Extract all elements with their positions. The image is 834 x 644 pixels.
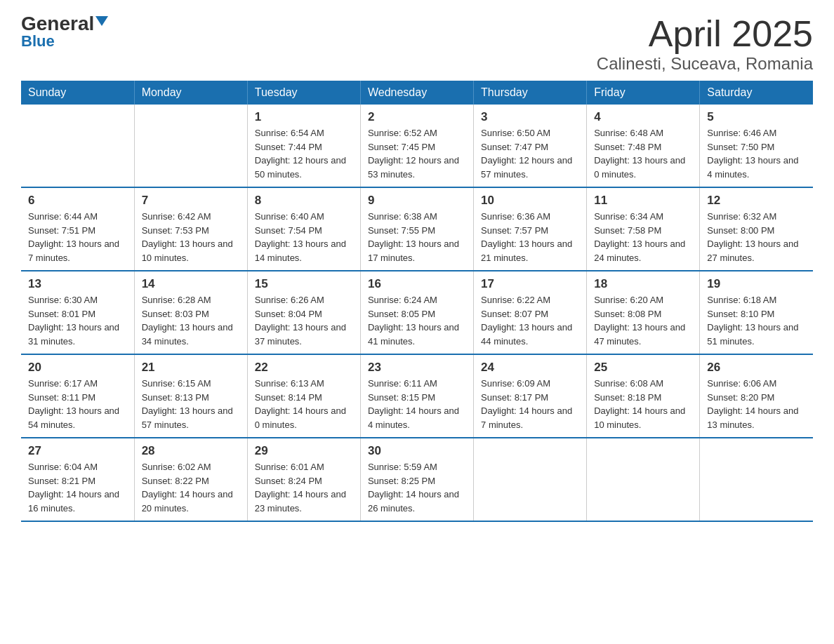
day-number: 4	[594, 110, 692, 124]
day-info: Sunrise: 6:15 AMSunset: 8:13 PMDaylight:…	[142, 377, 240, 431]
calendar-week-row: 20Sunrise: 6:17 AMSunset: 8:11 PMDayligh…	[21, 354, 813, 438]
calendar-cell: 29Sunrise: 6:01 AMSunset: 8:24 PMDayligh…	[247, 438, 360, 521]
day-info: Sunrise: 6:42 AMSunset: 7:53 PMDaylight:…	[142, 210, 240, 264]
calendar-cell: 4Sunrise: 6:48 AMSunset: 7:48 PMDaylight…	[587, 105, 700, 187]
day-number: 26	[707, 361, 806, 375]
calendar-cell: 3Sunrise: 6:50 AMSunset: 7:47 PMDaylight…	[474, 105, 587, 187]
weekday-header-monday: Monday	[134, 81, 247, 105]
day-number: 20	[28, 361, 127, 375]
day-number: 6	[28, 194, 127, 208]
calendar-cell: 21Sunrise: 6:15 AMSunset: 8:13 PMDayligh…	[134, 354, 247, 438]
calendar-cell: 16Sunrise: 6:24 AMSunset: 8:05 PMDayligh…	[360, 271, 473, 354]
logo-general: General	[21, 14, 94, 34]
day-info: Sunrise: 6:22 AMSunset: 8:07 PMDaylight:…	[481, 293, 579, 348]
day-info: Sunrise: 6:11 AMSunset: 8:15 PMDaylight:…	[368, 377, 466, 431]
day-number: 10	[481, 194, 579, 208]
logo-blue: Blue	[21, 32, 55, 51]
day-info: Sunrise: 6:13 AMSunset: 8:14 PMDaylight:…	[255, 377, 353, 431]
day-info: Sunrise: 6:50 AMSunset: 7:47 PMDaylight:…	[481, 126, 579, 181]
title-block: April 2025 Calinesti, Suceava, Romania	[597, 14, 813, 74]
day-number: 2	[368, 110, 466, 124]
day-number: 11	[594, 194, 692, 208]
weekday-header-sunday: Sunday	[21, 81, 134, 105]
day-info: Sunrise: 6:26 AMSunset: 8:04 PMDaylight:…	[255, 293, 353, 348]
calendar-cell: 17Sunrise: 6:22 AMSunset: 8:07 PMDayligh…	[474, 271, 587, 354]
day-number: 3	[481, 110, 579, 124]
calendar-cell: 27Sunrise: 6:04 AMSunset: 8:21 PMDayligh…	[21, 438, 134, 521]
calendar-cell: 26Sunrise: 6:06 AMSunset: 8:20 PMDayligh…	[700, 354, 813, 438]
day-info: Sunrise: 6:44 AMSunset: 7:51 PMDaylight:…	[28, 210, 127, 264]
calendar-cell	[474, 438, 587, 521]
calendar-cell: 18Sunrise: 6:20 AMSunset: 8:08 PMDayligh…	[587, 271, 700, 354]
calendar-header: SundayMondayTuesdayWednesdayThursdayFrid…	[21, 81, 813, 105]
day-info: Sunrise: 6:54 AMSunset: 7:44 PMDaylight:…	[255, 126, 353, 181]
day-info: Sunrise: 6:01 AMSunset: 8:24 PMDaylight:…	[255, 460, 353, 515]
day-info: Sunrise: 6:52 AMSunset: 7:45 PMDaylight:…	[368, 126, 466, 181]
calendar-cell: 10Sunrise: 6:36 AMSunset: 7:57 PMDayligh…	[474, 187, 587, 271]
day-number: 8	[255, 194, 353, 208]
calendar-cell: 14Sunrise: 6:28 AMSunset: 8:03 PMDayligh…	[134, 271, 247, 354]
day-number: 16	[368, 277, 466, 291]
day-info: Sunrise: 6:20 AMSunset: 8:08 PMDaylight:…	[594, 293, 692, 348]
calendar-cell: 24Sunrise: 6:09 AMSunset: 8:17 PMDayligh…	[474, 354, 587, 438]
day-number: 21	[142, 361, 240, 375]
calendar-cell: 13Sunrise: 6:30 AMSunset: 8:01 PMDayligh…	[21, 271, 134, 354]
day-number: 5	[707, 110, 806, 124]
day-number: 23	[368, 361, 466, 375]
header: General Blue April 2025 Calinesti, Sucea…	[21, 14, 813, 74]
day-info: Sunrise: 6:34 AMSunset: 7:58 PMDaylight:…	[594, 210, 692, 264]
calendar-cell: 7Sunrise: 6:42 AMSunset: 7:53 PMDaylight…	[134, 187, 247, 271]
calendar-cell: 30Sunrise: 5:59 AMSunset: 8:25 PMDayligh…	[360, 438, 473, 521]
calendar-week-row: 13Sunrise: 6:30 AMSunset: 8:01 PMDayligh…	[21, 271, 813, 354]
day-number: 12	[707, 194, 806, 208]
weekday-header-thursday: Thursday	[474, 81, 587, 105]
calendar-body: 1Sunrise: 6:54 AMSunset: 7:44 PMDaylight…	[21, 105, 813, 521]
day-number: 14	[142, 277, 240, 291]
calendar-cell	[587, 438, 700, 521]
calendar-week-row: 27Sunrise: 6:04 AMSunset: 8:21 PMDayligh…	[21, 438, 813, 521]
day-number: 17	[481, 277, 579, 291]
day-number: 7	[142, 194, 240, 208]
day-number: 29	[255, 444, 353, 458]
day-info: Sunrise: 6:40 AMSunset: 7:54 PMDaylight:…	[255, 210, 353, 264]
day-info: Sunrise: 6:08 AMSunset: 8:18 PMDaylight:…	[594, 377, 692, 431]
day-info: Sunrise: 6:02 AMSunset: 8:22 PMDaylight:…	[142, 460, 240, 515]
day-info: Sunrise: 6:09 AMSunset: 8:17 PMDaylight:…	[481, 377, 579, 431]
day-info: Sunrise: 6:28 AMSunset: 8:03 PMDaylight:…	[142, 293, 240, 348]
day-info: Sunrise: 6:46 AMSunset: 7:50 PMDaylight:…	[707, 126, 806, 181]
day-info: Sunrise: 6:06 AMSunset: 8:20 PMDaylight:…	[707, 377, 806, 431]
page-subtitle: Calinesti, Suceava, Romania	[597, 54, 813, 74]
calendar-cell	[21, 105, 134, 187]
logo: General Blue	[21, 14, 108, 51]
day-info: Sunrise: 6:32 AMSunset: 8:00 PMDaylight:…	[707, 210, 806, 264]
day-number: 9	[368, 194, 466, 208]
day-info: Sunrise: 5:59 AMSunset: 8:25 PMDaylight:…	[368, 460, 466, 515]
weekday-header-row: SundayMondayTuesdayWednesdayThursdayFrid…	[21, 81, 813, 105]
calendar-cell: 1Sunrise: 6:54 AMSunset: 7:44 PMDaylight…	[247, 105, 360, 187]
weekday-header-saturday: Saturday	[700, 81, 813, 105]
day-number: 28	[142, 444, 240, 458]
day-number: 13	[28, 277, 127, 291]
calendar-cell: 2Sunrise: 6:52 AMSunset: 7:45 PMDaylight…	[360, 105, 473, 187]
calendar-table: SundayMondayTuesdayWednesdayThursdayFrid…	[21, 81, 813, 522]
calendar-cell	[700, 438, 813, 521]
calendar-cell: 9Sunrise: 6:38 AMSunset: 7:55 PMDaylight…	[360, 187, 473, 271]
calendar-cell: 20Sunrise: 6:17 AMSunset: 8:11 PMDayligh…	[21, 354, 134, 438]
weekday-header-tuesday: Tuesday	[247, 81, 360, 105]
calendar-week-row: 1Sunrise: 6:54 AMSunset: 7:44 PMDaylight…	[21, 105, 813, 187]
calendar-cell: 6Sunrise: 6:44 AMSunset: 7:51 PMDaylight…	[21, 187, 134, 271]
day-info: Sunrise: 6:48 AMSunset: 7:48 PMDaylight:…	[594, 126, 692, 181]
calendar-cell: 19Sunrise: 6:18 AMSunset: 8:10 PMDayligh…	[700, 271, 813, 354]
calendar-cell: 8Sunrise: 6:40 AMSunset: 7:54 PMDaylight…	[247, 187, 360, 271]
day-info: Sunrise: 6:30 AMSunset: 8:01 PMDaylight:…	[28, 293, 127, 348]
calendar-cell: 22Sunrise: 6:13 AMSunset: 8:14 PMDayligh…	[247, 354, 360, 438]
logo-triangle-icon	[95, 16, 108, 26]
calendar-cell: 12Sunrise: 6:32 AMSunset: 8:00 PMDayligh…	[700, 187, 813, 271]
day-number: 1	[255, 110, 353, 124]
day-info: Sunrise: 6:24 AMSunset: 8:05 PMDaylight:…	[368, 293, 466, 348]
day-info: Sunrise: 6:38 AMSunset: 7:55 PMDaylight:…	[368, 210, 466, 264]
day-number: 24	[481, 361, 579, 375]
day-info: Sunrise: 6:17 AMSunset: 8:11 PMDaylight:…	[28, 377, 127, 431]
day-number: 19	[707, 277, 806, 291]
day-info: Sunrise: 6:04 AMSunset: 8:21 PMDaylight:…	[28, 460, 127, 515]
